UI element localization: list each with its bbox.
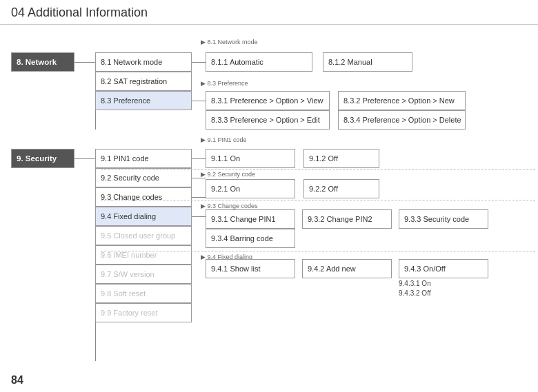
sec-item-941[interactable]: 9.4.1 Show list — [206, 259, 295, 278]
sub-tag-81: ▶ 8.1 Network mode — [201, 39, 258, 45]
sec-item-942[interactable]: 9.4.2 Add new — [302, 259, 392, 278]
sec-92-h-line — [192, 178, 206, 178]
sec-h-connector — [74, 158, 95, 159]
sec-item-922[interactable]: 9.2.2 Off — [303, 179, 379, 198]
net-item-811[interactable]: 8.1.1 Automatic — [206, 52, 312, 72]
net-item-834[interactable]: 8.3.4 Preference > Option > Delete — [338, 110, 466, 130]
sec-item-934[interactable]: 9.3.4 Barring code — [206, 229, 295, 248]
sec-item-99[interactable]: 9.9 Factory reset — [95, 303, 192, 322]
sec-item-933[interactable]: 9.3.3 Security code — [399, 209, 488, 229]
sec-item-9432: 9.4.3.2 Off — [399, 289, 431, 297]
sec-item-943[interactable]: 9.4.3 On/Off — [399, 259, 488, 278]
dashed-3 — [101, 251, 535, 251]
sec-93-h-line — [192, 197, 206, 198]
sec-item-96[interactable]: 9.6 IMEI number — [95, 245, 192, 265]
net-83-h-line — [192, 101, 206, 101]
page-header: 04 Additional Information — [0, 0, 538, 25]
sec-item-932[interactable]: 9.3.2 Change PIN2 — [302, 209, 392, 229]
net-item-82[interactable]: 8.2 SAT registration — [95, 72, 192, 91]
net-item-83[interactable]: 8.3 Preference — [95, 91, 192, 110]
net-81-h-line — [192, 62, 206, 63]
net-item-832[interactable]: 8.3.2 Preference > Option > New — [338, 91, 466, 110]
sec-item-9431: 9.4.3.1 On — [399, 280, 431, 287]
sec-item-97[interactable]: 9.7 S/W version — [95, 265, 192, 284]
sub-tag-83: ▶ 8.3 Preference — [201, 80, 248, 87]
sec-item-95[interactable]: 9.5 Closed user group — [95, 226, 192, 245]
sub-tag-91: ▶ 9.1 PIN1 code — [201, 136, 247, 143]
sec-94-h-line — [192, 216, 206, 217]
sec-item-91[interactable]: 9.1 PIN1 code — [95, 149, 192, 168]
page-number: 84 — [11, 374, 23, 386]
sub-tag-93: ▶ 9.3 Change codes — [201, 203, 258, 209]
sec-91-h-line — [192, 158, 206, 159]
security-section-label: 9. Security — [11, 149, 74, 168]
sec-item-92[interactable]: 9.2 Security code — [95, 168, 192, 187]
diagram: 8. Network 8.1 Network mode 8.2 SAT regi… — [11, 33, 535, 384]
sec-item-921[interactable]: 9.2.1 On — [206, 179, 295, 198]
net-item-833[interactable]: 8.3.3 Preference > Option > Edit — [206, 110, 330, 130]
sec-item-912[interactable]: 9.1.2 Off — [303, 149, 379, 168]
dashed-1 — [101, 169, 535, 170]
sec-item-911[interactable]: 9.1.1 On — [206, 149, 295, 168]
net-h-connector — [74, 62, 95, 63]
network-section-label: 8. Network — [11, 52, 74, 72]
sec-item-931[interactable]: 9.3.1 Change PIN1 — [206, 209, 295, 229]
net-item-812[interactable]: 8.1.2 Manual — [323, 52, 412, 72]
sec-item-94[interactable]: 9.4 Fixed dialing — [95, 207, 192, 226]
page-title: 04 Additional Information — [11, 6, 527, 20]
dashed-2 — [101, 200, 535, 200]
content-area: 8. Network 8.1 Network mode 8.2 SAT regi… — [0, 25, 538, 392]
net-item-831[interactable]: 8.3.1 Preference > Option > View — [206, 91, 330, 110]
sec-item-98[interactable]: 9.8 Soft reset — [95, 284, 192, 303]
sub-tag-92: ▶ 9.2 Security code — [201, 171, 255, 178]
net-item-81[interactable]: 8.1 Network mode — [95, 52, 192, 72]
sec-item-93[interactable]: 9.3 Change codes — [95, 187, 192, 207]
